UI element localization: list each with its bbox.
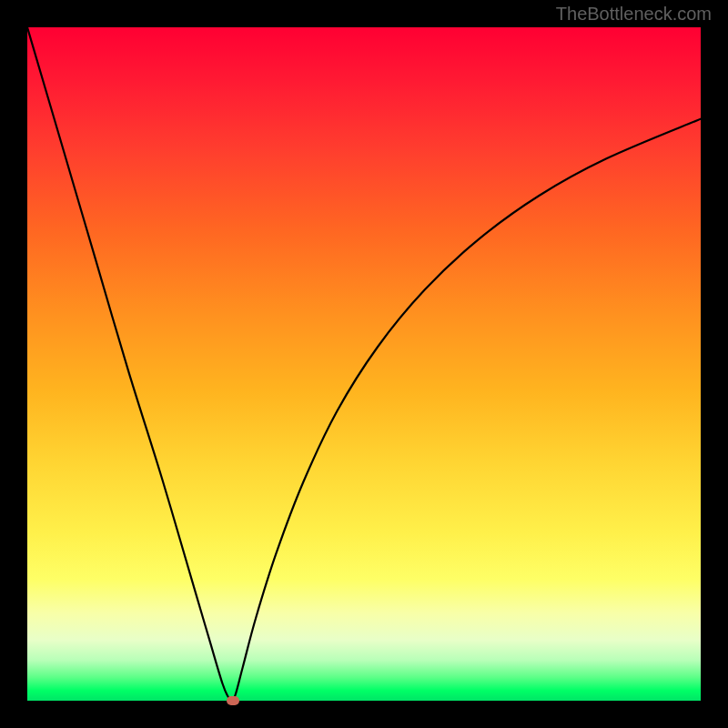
curve-svg: [27, 27, 701, 701]
plot-area: [27, 27, 701, 701]
minimum-marker: [227, 696, 239, 705]
bottleneck-curve: [27, 27, 701, 701]
watermark-text: TheBottleneck.com: [556, 4, 712, 25]
